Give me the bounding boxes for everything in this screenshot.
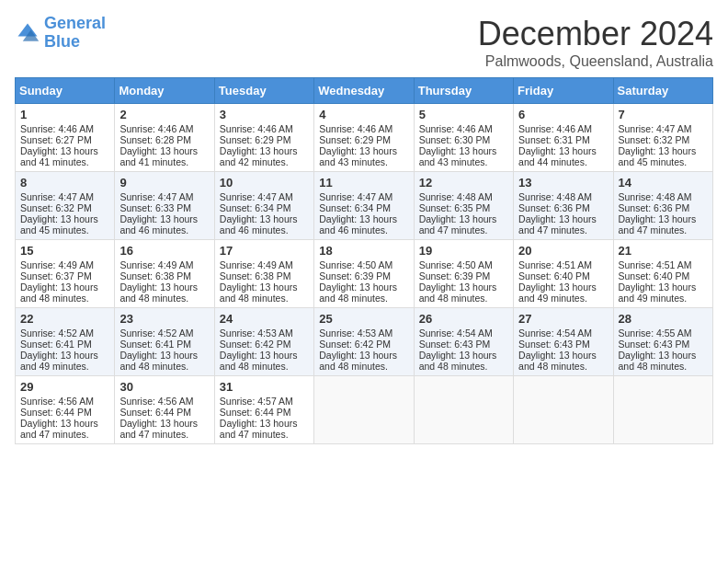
day-number: 15 — [20, 244, 109, 258]
logo-text: General Blue — [44, 15, 106, 52]
sunset-text: Sunset: 6:36 PM — [619, 202, 708, 213]
sunset-text: Sunset: 6:38 PM — [119, 270, 209, 282]
daylight-text: Daylight: 13 hours and 48 minutes. — [119, 282, 209, 304]
sunrise-text: Sunrise: 4:56 AM — [119, 396, 209, 407]
calendar-week-row: 15Sunrise: 4:49 AMSunset: 6:37 PMDayligh… — [16, 240, 713, 308]
sunrise-text: Sunrise: 4:47 AM — [119, 191, 209, 202]
daylight-text: Daylight: 13 hours and 48 minutes. — [220, 350, 309, 372]
daylight-text: Daylight: 13 hours and 48 minutes. — [518, 350, 608, 372]
calendar-cell — [514, 376, 613, 444]
sunrise-text: Sunrise: 4:48 AM — [419, 191, 508, 202]
sunrise-text: Sunrise: 4:54 AM — [518, 327, 608, 339]
daylight-text: Daylight: 13 hours and 47 minutes. — [419, 213, 508, 236]
sunrise-text: Sunrise: 4:49 AM — [220, 259, 309, 270]
sunrise-text: Sunrise: 4:46 AM — [119, 123, 209, 134]
sunrise-text: Sunrise: 4:46 AM — [518, 123, 608, 134]
day-number: 30 — [119, 380, 209, 394]
calendar-cell: 20Sunrise: 4:51 AMSunset: 6:40 PMDayligh… — [514, 240, 613, 308]
sunset-text: Sunset: 6:39 PM — [419, 270, 508, 282]
calendar-cell: 24Sunrise: 4:53 AMSunset: 6:42 PMDayligh… — [214, 308, 313, 376]
calendar-cell: 26Sunrise: 4:54 AMSunset: 6:43 PMDayligh… — [414, 308, 513, 376]
calendar-cell: 25Sunrise: 4:53 AMSunset: 6:42 PMDayligh… — [314, 308, 414, 376]
sunset-text: Sunset: 6:31 PM — [518, 134, 608, 145]
day-number: 10 — [220, 176, 309, 190]
daylight-text: Daylight: 13 hours and 46 minutes. — [220, 213, 309, 236]
title-block: December 2024 Palmwoods, Queensland, Aus… — [478, 15, 713, 70]
day-number: 11 — [319, 176, 408, 190]
sunset-text: Sunset: 6:34 PM — [319, 202, 408, 213]
daylight-text: Daylight: 13 hours and 48 minutes. — [419, 350, 508, 372]
calendar-cell: 11Sunrise: 4:47 AMSunset: 6:34 PMDayligh… — [314, 172, 414, 240]
daylight-text: Daylight: 13 hours and 47 minutes. — [119, 418, 209, 440]
sunset-text: Sunset: 6:43 PM — [419, 339, 508, 350]
calendar-cell — [613, 376, 712, 444]
header-day-friday: Friday — [514, 78, 613, 104]
daylight-text: Daylight: 13 hours and 49 minutes. — [518, 282, 608, 304]
header-day-saturday: Saturday — [613, 78, 712, 104]
calendar-header-row: SundayMondayTuesdayWednesdayThursdayFrid… — [16, 78, 713, 104]
sunrise-text: Sunrise: 4:55 AM — [619, 327, 708, 339]
day-number: 24 — [220, 312, 309, 326]
daylight-text: Daylight: 13 hours and 48 minutes. — [419, 282, 508, 304]
calendar-week-row: 22Sunrise: 4:52 AMSunset: 6:41 PMDayligh… — [16, 308, 713, 376]
sunrise-text: Sunrise: 4:51 AM — [518, 259, 608, 270]
calendar-cell: 3Sunrise: 4:46 AMSunset: 6:29 PMDaylight… — [214, 104, 313, 172]
daylight-text: Daylight: 13 hours and 47 minutes. — [220, 418, 309, 440]
daylight-text: Daylight: 13 hours and 41 minutes. — [119, 145, 209, 167]
day-number: 13 — [518, 176, 608, 190]
sunrise-text: Sunrise: 4:52 AM — [20, 327, 109, 339]
day-number: 7 — [619, 108, 708, 121]
day-number: 5 — [419, 108, 508, 121]
day-number: 25 — [319, 312, 408, 326]
sunrise-text: Sunrise: 4:46 AM — [20, 123, 109, 134]
sunset-text: Sunset: 6:30 PM — [419, 134, 508, 145]
sunset-text: Sunset: 6:33 PM — [119, 202, 209, 213]
sunset-text: Sunset: 6:37 PM — [20, 270, 109, 282]
sunset-text: Sunset: 6:36 PM — [518, 202, 608, 213]
day-number: 26 — [419, 312, 508, 326]
day-number: 8 — [20, 176, 109, 190]
day-number: 17 — [220, 244, 309, 258]
day-number: 29 — [20, 380, 109, 394]
sunset-text: Sunset: 6:40 PM — [518, 270, 608, 282]
page-header: General Blue December 2024 Palmwoods, Qu… — [15, 15, 713, 70]
sunset-text: Sunset: 6:44 PM — [20, 407, 109, 418]
sunset-text: Sunset: 6:39 PM — [319, 270, 408, 282]
calendar-cell: 13Sunrise: 4:48 AMSunset: 6:36 PMDayligh… — [514, 172, 613, 240]
calendar-title: December 2024 — [478, 15, 713, 53]
calendar-cell: 16Sunrise: 4:49 AMSunset: 6:38 PMDayligh… — [115, 240, 214, 308]
calendar-week-row: 1Sunrise: 4:46 AMSunset: 6:27 PMDaylight… — [16, 104, 713, 172]
sunset-text: Sunset: 6:38 PM — [220, 270, 309, 282]
daylight-text: Daylight: 13 hours and 47 minutes. — [518, 213, 608, 236]
daylight-text: Daylight: 13 hours and 43 minutes. — [319, 145, 408, 167]
daylight-text: Daylight: 13 hours and 45 minutes. — [619, 145, 708, 167]
sunrise-text: Sunrise: 4:54 AM — [419, 327, 508, 339]
sunrise-text: Sunrise: 4:57 AM — [220, 396, 309, 407]
sunrise-text: Sunrise: 4:50 AM — [419, 259, 508, 270]
sunset-text: Sunset: 6:40 PM — [619, 270, 708, 282]
sunset-text: Sunset: 6:29 PM — [319, 134, 408, 145]
calendar-cell: 8Sunrise: 4:47 AMSunset: 6:32 PMDaylight… — [16, 172, 115, 240]
sunrise-text: Sunrise: 4:56 AM — [20, 396, 109, 407]
daylight-text: Daylight: 13 hours and 46 minutes. — [119, 213, 209, 236]
calendar-cell: 22Sunrise: 4:52 AMSunset: 6:41 PMDayligh… — [16, 308, 115, 376]
sunset-text: Sunset: 6:29 PM — [220, 134, 309, 145]
sunset-text: Sunset: 6:35 PM — [419, 202, 508, 213]
calendar-cell: 28Sunrise: 4:55 AMSunset: 6:43 PMDayligh… — [613, 308, 712, 376]
sunset-text: Sunset: 6:44 PM — [220, 407, 309, 418]
daylight-text: Daylight: 13 hours and 48 minutes. — [119, 350, 209, 372]
day-number: 2 — [119, 108, 209, 121]
daylight-text: Daylight: 13 hours and 45 minutes. — [20, 213, 109, 236]
sunrise-text: Sunrise: 4:53 AM — [220, 327, 309, 339]
day-number: 28 — [619, 312, 708, 326]
sunset-text: Sunset: 6:32 PM — [20, 202, 109, 213]
calendar-cell: 21Sunrise: 4:51 AMSunset: 6:40 PMDayligh… — [613, 240, 712, 308]
day-number: 16 — [119, 244, 209, 258]
calendar-cell: 15Sunrise: 4:49 AMSunset: 6:37 PMDayligh… — [16, 240, 115, 308]
day-number: 1 — [20, 108, 109, 121]
sunset-text: Sunset: 6:44 PM — [119, 407, 209, 418]
calendar-cell — [414, 376, 513, 444]
calendar-cell: 9Sunrise: 4:47 AMSunset: 6:33 PMDaylight… — [115, 172, 214, 240]
calendar-cell: 10Sunrise: 4:47 AMSunset: 6:34 PMDayligh… — [214, 172, 313, 240]
daylight-text: Daylight: 13 hours and 49 minutes. — [619, 282, 708, 304]
